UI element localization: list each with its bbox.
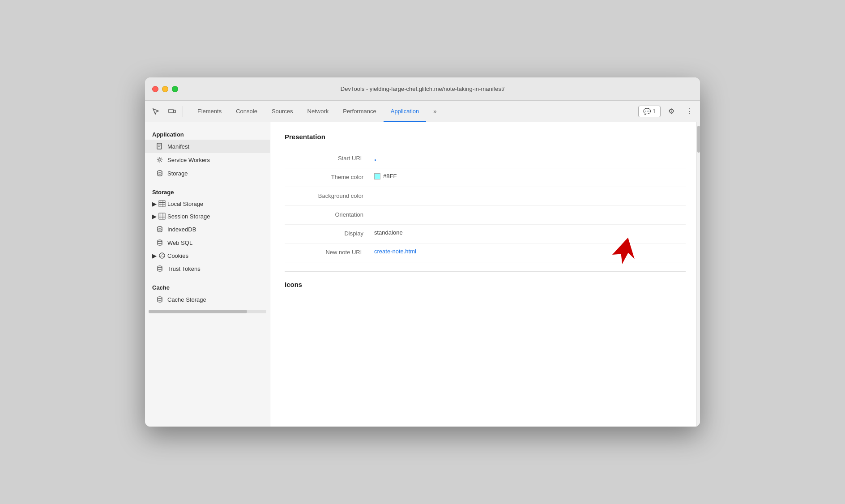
svg-point-20 [162,256,162,257]
db-icon [156,169,164,177]
svg-point-18 [161,255,162,256]
property-label-theme-color: Theme color [285,173,374,180]
sidebar-item-cache-storage[interactable]: Cache Storage [145,293,270,306]
cookie-icon [158,252,166,259]
tab-more[interactable]: » [426,101,444,122]
db-icon-trust-tokens [156,265,164,273]
property-label-start-url: Start URL [285,154,374,162]
device-toolbar-button[interactable] [165,104,179,119]
color-value-theme: #8FF [374,173,686,179]
sidebar: Application Manifest Service [145,122,270,427]
property-value-start-url: . [374,154,686,162]
content-scrollbar-thumb [697,126,700,153]
sidebar-item-local-storage[interactable]: ▶ Local Storage [145,197,270,210]
svg-point-22 [163,256,163,256]
grid-icon-local-storage [158,200,166,207]
property-value-theme-color: #8FF [374,173,686,179]
property-label-new-note-url: New note URL [285,248,374,256]
tab-application[interactable]: Application [384,101,427,122]
titlebar: DevTools - yielding-large-chef.glitch.me… [145,77,700,101]
svg-point-24 [158,297,162,299]
sidebar-item-trust-tokens[interactable]: Trust Tokens [145,262,270,275]
db-icon-web-sql [156,239,164,247]
property-label-display: Display [285,229,374,237]
start-url-dot: . [374,154,376,162]
sidebar-section-cache: Cache [145,281,270,293]
svg-rect-1 [174,110,175,113]
expand-arrow-cookies: ▶ [152,252,157,259]
svg-rect-0 [169,109,173,113]
toolbar-separator [183,106,183,117]
expand-arrow-local-storage: ▶ [152,201,157,207]
tab-console[interactable]: Console [229,101,265,122]
window-title: DevTools - yielding-large-chef.glitch.me… [341,85,504,92]
property-label-orientation: Orientation [285,210,374,218]
devtools-window: DevTools - yielding-large-chef.glitch.me… [145,77,700,427]
notification-button[interactable]: 💬 1 [638,106,661,117]
tab-network[interactable]: Network [300,101,336,122]
new-note-url-link[interactable]: create-note.html [374,248,416,255]
close-button[interactable] [152,86,158,92]
sidebar-item-manifest[interactable]: Manifest [145,140,270,153]
svg-point-17 [159,253,165,258]
svg-point-3 [159,159,161,161]
svg-rect-10 [159,213,165,219]
maximize-button[interactable] [172,86,178,92]
tab-elements[interactable]: Elements [190,101,229,122]
grid-icon-session-storage [158,213,166,220]
section-divider [285,271,686,272]
tab-sources[interactable]: Sources [265,101,300,122]
property-value-new-note-url: create-note.html [374,248,686,255]
property-row-start-url: Start URL . [285,149,686,168]
inspect-element-button[interactable] [149,104,163,119]
icons-section: Icons [285,271,686,288]
property-row-background-color: Background color [285,187,686,206]
sidebar-item-service-workers[interactable]: Service Workers [145,153,270,167]
db-icon-cache-storage [156,295,164,303]
expand-arrow-session-storage: ▶ [152,213,157,220]
sidebar-divider-2 [145,275,270,281]
sidebar-item-session-storage[interactable]: ▶ Session Storage [145,210,270,222]
svg-point-23 [158,266,162,268]
svg-point-19 [162,254,163,255]
svg-point-15 [158,226,162,228]
content-panel: Presentation Start URL . Theme color #8F… [270,122,700,427]
content-scrollbar-track[interactable] [696,122,700,427]
svg-point-21 [160,256,161,256]
sidebar-scrollbar[interactable] [149,310,266,313]
sidebar-section-application: Application [145,128,270,140]
gear-icon [156,156,164,164]
sidebar-section-storage: Storage [145,185,270,197]
settings-button[interactable]: ⚙ [664,104,679,119]
property-label-background-color: Background color [285,192,374,199]
minimize-button[interactable] [162,86,168,92]
svg-rect-5 [159,201,165,207]
svg-point-4 [158,171,162,172]
icons-section-title: Icons [285,281,686,288]
property-row-orientation: Orientation [285,206,686,225]
more-options-button[interactable]: ⋮ [682,104,696,119]
tab-performance[interactable]: Performance [336,101,383,122]
sidebar-item-indexeddb[interactable]: IndexedDB [145,222,270,236]
property-row-new-note-url: New note URL create-note.html [285,243,686,262]
main-area: Application Manifest Service [145,122,700,427]
presentation-section-title: Presentation [285,133,686,141]
tab-bar: Elements Console Sources Network Perform… [190,101,636,122]
traffic-lights [152,86,178,92]
db-icon-indexeddb [156,225,164,233]
sidebar-divider-1 [145,180,270,185]
toolbar-right: 💬 1 ⚙ ⋮ [638,104,696,119]
property-value-display: standalone [374,229,686,236]
sidebar-item-web-sql[interactable]: Web SQL [145,236,270,249]
sidebar-item-storage-app[interactable]: Storage [145,167,270,180]
toolbar: Elements Console Sources Network Perform… [145,101,700,122]
svg-point-16 [158,240,162,242]
property-row-theme-color: Theme color #8FF [285,168,686,187]
sidebar-item-cookies[interactable]: ▶ Cookies [145,249,270,262]
property-row-display: Display standalone [285,225,686,243]
chat-icon: 💬 [643,108,651,115]
manifest-icon [156,142,164,150]
theme-color-swatch [374,173,380,179]
